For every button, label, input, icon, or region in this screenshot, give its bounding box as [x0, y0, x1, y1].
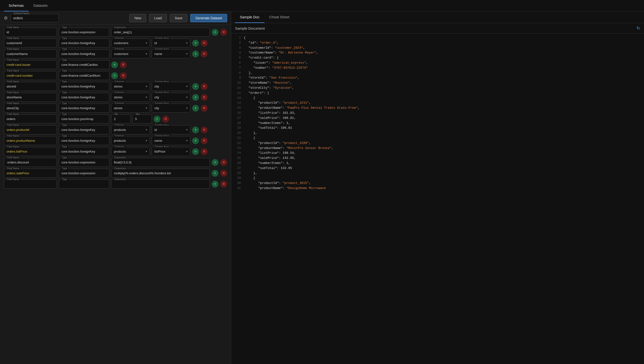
load-button[interactable]: Load [149, 14, 167, 22]
expression-input[interactable] [112, 180, 210, 188]
add-field-button[interactable]: + [192, 83, 199, 90]
remove-field-button[interactable]: × [201, 148, 208, 155]
field-type-input[interactable] [59, 39, 109, 47]
foreign-keys-select[interactable]: listPrice [152, 147, 190, 156]
add-field-button[interactable]: + [212, 29, 218, 36]
code-line: 2"id": "order_4", [231, 41, 644, 46]
schemas-select[interactable]: customers [112, 50, 150, 58]
field-type-label: Type [61, 70, 68, 72]
remove-field-button[interactable]: × [201, 137, 208, 144]
remove-field-button[interactable]: × [220, 159, 227, 166]
expression-input[interactable] [112, 158, 210, 167]
field-type-input[interactable] [59, 93, 109, 102]
schemas-select[interactable]: customers [112, 39, 150, 47]
field-name-input[interactable] [4, 82, 56, 91]
field-type-input[interactable] [59, 158, 109, 167]
add-field-button[interactable]: + [111, 62, 118, 68]
field-name-input[interactable] [4, 50, 56, 58]
filter-icon[interactable]: ⚙ [4, 16, 8, 21]
min-input[interactable] [112, 115, 130, 123]
right-tabs: Sample Doc Cheat Sheet [231, 12, 644, 23]
foreign-keys-select[interactable]: id [152, 126, 190, 134]
remove-field-button[interactable]: × [201, 40, 208, 47]
save-button[interactable]: Save [170, 14, 188, 22]
field-type-input[interactable] [59, 126, 109, 134]
field-type-input[interactable] [59, 115, 109, 123]
add-field-button[interactable]: + [154, 116, 160, 122]
field-type-input[interactable] [59, 50, 109, 58]
remove-field-button[interactable]: × [201, 105, 208, 112]
field-name-input[interactable] [4, 158, 56, 167]
field-type-input[interactable] [59, 136, 109, 145]
field-name-input[interactable] [4, 147, 56, 156]
remove-field-button[interactable]: × [201, 83, 208, 90]
expression-input[interactable] [112, 169, 210, 177]
schemas-select[interactable]: stores [112, 82, 150, 91]
schemas-select[interactable]: products [112, 147, 150, 156]
add-field-button[interactable]: + [212, 170, 218, 177]
field-name-input[interactable] [4, 126, 56, 134]
add-field-button[interactable]: + [192, 51, 199, 57]
field-name-input[interactable] [4, 180, 56, 188]
field-name-input[interactable] [4, 39, 56, 47]
add-field-button[interactable]: + [212, 159, 218, 166]
tab-cheat-sheet[interactable]: Cheat Sheet [264, 12, 294, 23]
remove-field-button[interactable]: × [201, 51, 208, 57]
field-type-input[interactable] [59, 180, 109, 188]
generate-dataset-button[interactable]: Generate Dataset [190, 14, 227, 22]
remove-field-button[interactable]: × [220, 29, 227, 36]
max-input[interactable] [133, 115, 152, 123]
add-field-button[interactable]: + [192, 137, 199, 144]
foreign-keys-select[interactable]: id [152, 39, 190, 47]
field-name-input[interactable] [4, 169, 56, 177]
code-line: 6"issuer": "american_express", [231, 61, 644, 66]
tab-sample-doc[interactable]: Sample Doc [235, 12, 264, 23]
field-name-input[interactable] [4, 28, 56, 37]
field-type-input[interactable] [59, 104, 109, 112]
line-number: 16 [233, 111, 241, 116]
field-row: Field Name Type Schemas customers ▼ Fore… [0, 38, 231, 49]
foreign-keys-select[interactable]: city [152, 82, 190, 91]
tab-schemas[interactable]: Schemas [4, 0, 29, 11]
new-button[interactable]: New [129, 14, 146, 22]
add-field-button[interactable]: + [192, 94, 199, 101]
field-name-input[interactable] [4, 93, 56, 102]
field-type-input[interactable] [59, 82, 109, 91]
add-field-button[interactable]: + [212, 181, 218, 188]
tab-datasets[interactable]: Datasets [29, 0, 52, 11]
code-area: 1{2"id": "order_4",3"customerId": "custo… [231, 34, 644, 364]
remove-field-button[interactable]: × [120, 62, 127, 68]
remove-field-button[interactable]: × [120, 72, 127, 79]
schema-name-input[interactable] [10, 14, 59, 22]
foreign-keys-select[interactable]: name [152, 136, 190, 145]
field-name-input[interactable] [4, 136, 56, 145]
refresh-icon[interactable]: ↻ [636, 26, 640, 31]
expression-input[interactable] [112, 28, 210, 37]
remove-field-button[interactable]: × [201, 94, 208, 101]
field-type-input[interactable] [59, 61, 109, 69]
field-type-input[interactable] [59, 71, 109, 80]
add-field-button[interactable]: + [192, 127, 199, 133]
schemas-select[interactable]: stores [112, 93, 150, 102]
schemas-select[interactable]: products [112, 136, 150, 145]
add-field-button[interactable]: + [192, 40, 199, 47]
foreign-keys-select[interactable]: name [152, 50, 190, 58]
foreign-keys-select[interactable]: city [152, 104, 190, 112]
add-field-button[interactable]: + [111, 72, 118, 79]
field-type-input[interactable] [59, 28, 109, 37]
schemas-select[interactable]: stores [112, 104, 150, 112]
field-name-input[interactable] [4, 71, 56, 80]
field-name-input[interactable] [4, 104, 56, 112]
field-type-input[interactable] [59, 169, 109, 177]
add-field-button[interactable]: + [192, 105, 199, 112]
field-name-input[interactable] [4, 115, 56, 123]
foreign-keys-select[interactable]: city [152, 93, 190, 102]
field-type-input[interactable] [59, 147, 109, 156]
remove-field-button[interactable]: × [220, 170, 227, 177]
remove-field-button[interactable]: × [201, 127, 208, 133]
remove-field-button[interactable]: × [162, 116, 169, 122]
field-name-input[interactable] [4, 61, 56, 69]
schemas-select[interactable]: products [112, 126, 150, 134]
remove-field-button[interactable]: × [220, 181, 227, 188]
add-field-button[interactable]: + [192, 148, 199, 155]
